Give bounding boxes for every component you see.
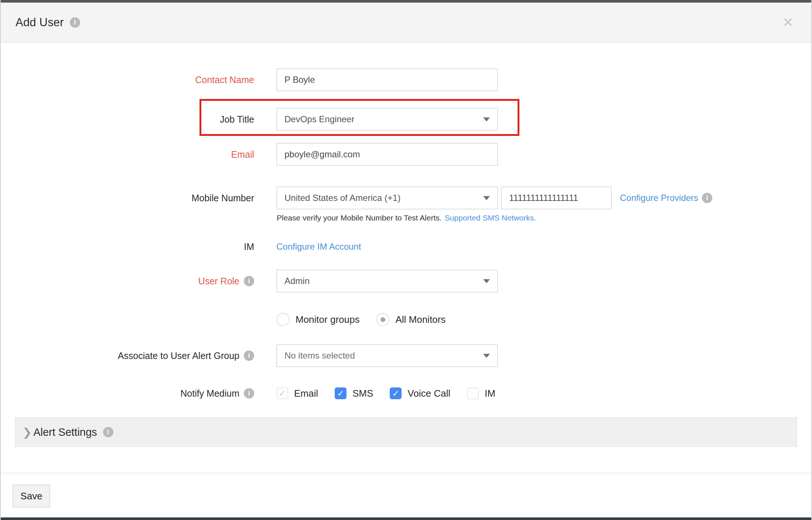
radio-all-monitors[interactable]: All Monitors	[376, 313, 446, 326]
checkbox-icon[interactable]	[335, 387, 347, 399]
im-label: IM	[1, 242, 254, 252]
im-row: IM Configure IM Account	[1, 241, 811, 253]
mobile-helper-text: Please verify your Mobile Number to Test…	[277, 213, 536, 222]
checkbox-email[interactable]: Email	[276, 387, 318, 399]
user-role-row: User Role i Admin	[1, 270, 811, 292]
modal-header: Add User i ✕	[1, 3, 811, 43]
user-role-label-text: User Role	[198, 276, 239, 287]
window-bottom-edge	[1, 517, 811, 520]
info-icon[interactable]: i	[702, 193, 712, 203]
user-role-select[interactable]: Admin	[276, 270, 498, 292]
mobile-number-label: Mobile Number	[1, 193, 254, 203]
chevron-down-icon	[483, 196, 490, 200]
supported-sms-networks-link[interactable]: Supported SMS Networks.	[445, 213, 536, 222]
radio-monitor-groups-label: Monitor groups	[296, 314, 359, 325]
notify-medium-label: Notify Medium i	[1, 388, 254, 399]
mobile-number-row: Mobile Number United States of America (…	[1, 187, 811, 209]
checkbox-voice-call[interactable]: Voice Call	[390, 387, 450, 399]
notify-medium-label-text: Notify Medium	[180, 388, 239, 399]
job-title-select[interactable]: DevOps Engineer	[276, 108, 498, 131]
alert-group-select[interactable]: No items selected	[276, 344, 498, 367]
user-role-value: Admin	[284, 276, 310, 286]
checkbox-im-label: IM	[485, 388, 495, 399]
checkbox-icon[interactable]	[467, 387, 479, 399]
alert-group-label: Associate to User Alert Group i	[1, 350, 254, 361]
chevron-right-icon: ❯	[23, 426, 32, 439]
alert-group-row: Associate to User Alert Group i No items…	[1, 344, 811, 367]
info-icon[interactable]: i	[244, 388, 254, 398]
footer-divider	[1, 473, 811, 473]
country-code-value: United States of America (+1)	[284, 193, 400, 203]
alert-settings-section[interactable]: ❯ Alert Settings i	[15, 417, 797, 447]
email-row: Email	[1, 143, 811, 166]
window-top-edge	[1, 0, 811, 3]
checkbox-icon[interactable]	[276, 387, 288, 399]
mobile-helper-message: Please verify your Mobile Number to Test…	[277, 213, 442, 222]
radio-icon[interactable]	[276, 313, 290, 326]
info-icon[interactable]: i	[244, 350, 254, 361]
contact-name-row: Contact Name	[1, 68, 811, 91]
email-label: Email	[1, 149, 254, 160]
radio-all-monitors-label: All Monitors	[395, 314, 446, 325]
chevron-down-icon	[483, 117, 490, 122]
checkbox-im[interactable]: IM	[467, 387, 495, 399]
page-title: Add User	[16, 16, 64, 29]
contact-name-input[interactable]	[276, 68, 498, 91]
info-icon[interactable]: i	[70, 17, 80, 28]
radio-icon[interactable]	[376, 313, 389, 326]
configure-im-account-link[interactable]: Configure IM Account	[276, 242, 361, 252]
chevron-down-icon	[483, 279, 490, 283]
notify-medium-row: Notify Medium i Email SMS Voice Call IM	[1, 387, 811, 400]
monitor-scope-row: Monitor groups All Monitors	[1, 313, 811, 326]
checkbox-sms[interactable]: SMS	[335, 387, 373, 399]
email-field[interactable]	[276, 143, 498, 166]
configure-providers-link[interactable]: Configure Providers	[620, 193, 698, 203]
mobile-number-input[interactable]	[501, 187, 612, 209]
checkbox-email-label: Email	[294, 388, 318, 399]
job-title-value: DevOps Engineer	[284, 114, 354, 124]
user-role-label: User Role i	[1, 276, 254, 287]
contact-name-label: Contact Name	[1, 75, 254, 85]
job-title-row: Job Title DevOps Engineer	[1, 108, 811, 131]
job-title-label: Job Title	[1, 114, 254, 125]
checkbox-sms-label: SMS	[352, 388, 373, 399]
alert-group-label-text: Associate to User Alert Group	[118, 350, 239, 361]
radio-monitor-groups[interactable]: Monitor groups	[276, 313, 359, 326]
chevron-down-icon	[483, 354, 490, 358]
info-icon[interactable]: i	[103, 427, 113, 437]
close-icon[interactable]: ✕	[782, 16, 794, 29]
alert-settings-title: Alert Settings	[33, 426, 97, 438]
save-button[interactable]: Save	[13, 485, 50, 507]
alert-group-value: No items selected	[284, 350, 355, 361]
country-code-select[interactable]: United States of America (+1)	[276, 187, 498, 209]
info-icon[interactable]: i	[244, 276, 254, 286]
checkbox-icon[interactable]	[390, 387, 402, 399]
add-user-modal: Add User i ✕ Contact Name Job Title DevO…	[0, 0, 812, 520]
checkbox-voice-call-label: Voice Call	[407, 388, 450, 399]
